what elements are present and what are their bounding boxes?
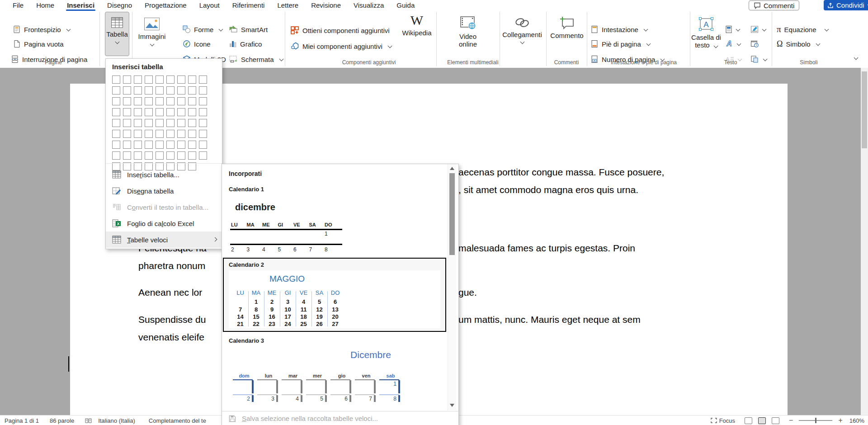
scrollbar-thumb[interactable] xyxy=(862,71,867,148)
date-time-button[interactable] xyxy=(750,38,759,49)
tab-layout[interactable]: Layout xyxy=(193,0,226,11)
tab-disegno[interactable]: Disegno xyxy=(101,0,138,11)
smartart-icon xyxy=(229,25,238,33)
footer-button[interactable]: Piè di pagina xyxy=(590,38,650,49)
gallery-item-calendario-2[interactable]: Calendario 2 MAGGIO LUMAMEGIVESADO 12345… xyxy=(223,258,446,332)
link-icon xyxy=(513,16,531,29)
smartart-label: SmartArt xyxy=(241,26,268,33)
calendar2-preview: MAGGIO LUMAMEGIVESADO 123456 78910111213… xyxy=(229,270,440,328)
text-box-icon: A xyxy=(698,16,714,32)
get-addins-button[interactable]: Ottieni componenti aggiuntivi xyxy=(290,25,390,36)
blank-page-icon xyxy=(13,40,21,48)
zoom-slider[interactable] xyxy=(799,420,832,421)
text-completion-indicator[interactable]: Completamento del te xyxy=(149,417,206,424)
online-video-button[interactable]: Videoonline xyxy=(452,13,484,48)
chevron-down-icon xyxy=(279,57,283,61)
svg-text:A: A xyxy=(726,40,732,47)
zoom-out-button[interactable]: − xyxy=(789,416,793,425)
symbol-button[interactable]: Ω Simbolo xyxy=(777,38,820,49)
scroll-up-icon[interactable] xyxy=(450,167,454,170)
chevron-down-icon xyxy=(387,43,392,48)
wordart-button[interactable]: A xyxy=(725,38,741,49)
tab-file[interactable]: File xyxy=(6,0,30,11)
equation-button[interactable]: π Equazione xyxy=(777,24,828,35)
wikipedia-button[interactable]: W Wikipedia xyxy=(401,14,433,37)
proofing-icon[interactable] xyxy=(85,418,92,424)
signature-line-button[interactable] xyxy=(750,24,766,35)
share-icon xyxy=(827,2,834,9)
scroll-down-icon[interactable] xyxy=(450,404,454,407)
chart-button[interactable]: Grafico xyxy=(229,38,262,49)
links-button[interactable]: Collegamenti xyxy=(502,13,542,43)
comment-plus-icon xyxy=(559,15,575,30)
table-button[interactable]: Tabella xyxy=(105,12,129,56)
focus-icon xyxy=(711,418,717,423)
footer-icon xyxy=(590,40,599,48)
smartart-button[interactable]: SmartArt xyxy=(229,24,268,35)
new-comment-button[interactable]: Commento xyxy=(548,13,586,39)
tab-visualizza[interactable]: Visualizza xyxy=(347,0,390,11)
share-button[interactable]: Condividi xyxy=(824,0,868,10)
shapes-button[interactable]: Forme xyxy=(183,24,222,35)
calendar3-day-headers: domlunmarmergiovensab xyxy=(232,373,403,378)
document-text-fragment: pharetra nonum xyxy=(138,260,205,271)
chevron-down-icon xyxy=(66,27,71,31)
print-layout-button[interactable] xyxy=(758,417,766,424)
document-text-fragment: gue. xyxy=(458,287,477,298)
icons-button[interactable]: Icone xyxy=(183,38,211,49)
chevron-down-icon xyxy=(737,41,741,46)
calendar3-month: Dicembre xyxy=(312,349,429,360)
document-text-fragment: aecenas porttitor congue massa. Fusce po… xyxy=(458,167,664,178)
pictures-button[interactable]: Immagini xyxy=(136,13,168,46)
table-size-grid[interactable] xyxy=(112,76,216,170)
menu-item-insert-table[interactable]: Inserisci tabella... xyxy=(106,166,222,183)
document-text-fragment: Aenean nec lor xyxy=(138,287,202,298)
language-indicator[interactable]: Italiano (Italia) xyxy=(98,417,135,424)
menu-item-draw-table[interactable]: Disegna tabella xyxy=(106,183,222,199)
tab-riferimenti[interactable]: Riferimenti xyxy=(226,0,271,11)
insert-table-dropdown: Inserisci tabella Inserisci tabella... D… xyxy=(105,58,222,249)
table-button-label: Tabella xyxy=(106,30,128,38)
scrollbar-thumb[interactable] xyxy=(449,173,455,255)
word-count[interactable]: 86 parole xyxy=(50,417,74,424)
submenu-scrollbar[interactable] xyxy=(448,164,456,411)
quick-parts-icon xyxy=(725,25,732,33)
zoom-in-button[interactable]: + xyxy=(838,416,842,425)
online-video-label2: online xyxy=(459,40,477,48)
save-selection-item: Salva selezione nella raccolta tabelle v… xyxy=(222,411,458,425)
page-indicator[interactable]: Pagina 1 di 1 xyxy=(5,417,39,424)
calendar1-month: dicembre xyxy=(235,202,275,212)
calendar3-row1: 1 xyxy=(232,379,403,394)
web-layout-button[interactable] xyxy=(772,417,779,424)
menu-item-excel-spreadsheet[interactable]: X Foglio di calcolo Excel xyxy=(106,215,222,231)
calendar2-day-headers: LUMAMEGIVESADO xyxy=(232,289,343,296)
vertical-scrollbar[interactable] xyxy=(861,68,868,415)
read-mode-button[interactable] xyxy=(745,417,752,424)
quick-parts-button[interactable] xyxy=(725,24,740,35)
insert-table-header: Inserisci tabella xyxy=(112,63,163,71)
tab-lettere[interactable]: Lettere xyxy=(271,0,305,11)
zoom-slider-thumb[interactable] xyxy=(815,418,816,423)
my-addins-button[interactable]: Miei componenti aggiuntivi xyxy=(290,41,392,52)
chevron-down-icon xyxy=(736,27,741,31)
text-box-button[interactable]: A Casella ditesto xyxy=(691,13,722,49)
document-text-fragment: malesuada fames ac turpis egestas. Proin xyxy=(458,243,635,254)
tab-home[interactable]: Home xyxy=(30,0,61,11)
blank-page-button[interactable]: Pagina vuota xyxy=(13,38,64,49)
signature-icon xyxy=(750,25,759,33)
tab-progettazione[interactable]: Progettazione xyxy=(138,0,193,11)
tab-revisione[interactable]: Revisione xyxy=(305,0,347,11)
group-label-pagine: Pagine xyxy=(4,59,103,66)
table-icon xyxy=(111,17,123,28)
zoom-level[interactable]: 160% xyxy=(849,417,864,424)
tab-inserisci[interactable]: Inserisci xyxy=(61,0,101,11)
comments-button[interactable]: Commenti xyxy=(749,0,799,10)
calendar2-week-row: 123456 xyxy=(232,298,343,305)
focus-mode-button[interactable]: Focus xyxy=(711,417,735,424)
draw-table-icon xyxy=(112,186,121,195)
menu-item-quick-tables[interactable]: Tabelle veloci xyxy=(106,231,222,248)
calendar2-month: MAGGIO xyxy=(229,274,345,284)
header-button[interactable]: Intestazione xyxy=(590,24,647,35)
cover-page-button[interactable]: Frontespizio xyxy=(13,24,70,35)
tab-guida[interactable]: Guida xyxy=(390,0,421,11)
